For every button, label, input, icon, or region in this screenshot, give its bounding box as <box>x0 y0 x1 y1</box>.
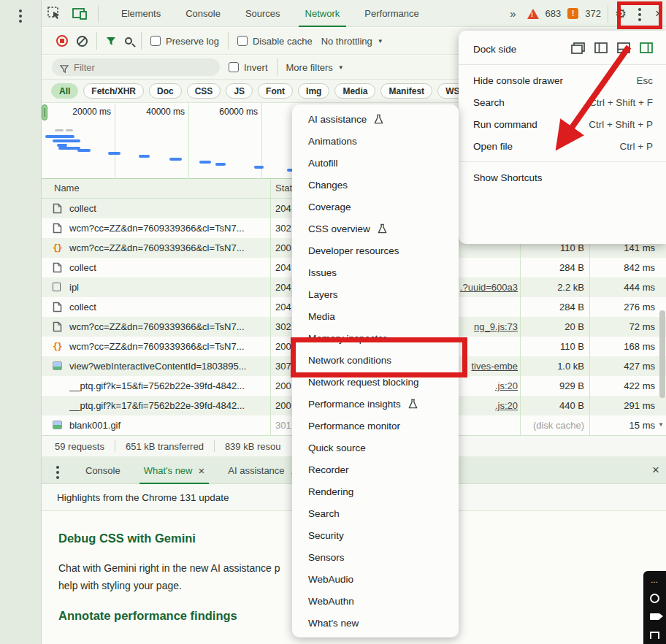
more-tools-item[interactable]: Performance insights <box>292 393 459 415</box>
more-tools-item[interactable]: WebAudio <box>292 568 459 590</box>
more-tools-item[interactable]: Layers <box>292 283 459 305</box>
request-name: wcm?cc=ZZ&dn=7609339366&cl=TsN7... <box>69 223 271 234</box>
more-tools-item[interactable]: Recorder <box>292 459 459 480</box>
request-status: 307 <box>275 361 291 372</box>
capture-logo-icon[interactable]: … <box>643 571 666 589</box>
request-initiator-link[interactable]: .js:20 <box>451 400 518 411</box>
transferred-size: 651 kB transferred <box>126 441 204 452</box>
capture-toolbar: … <box>643 571 666 644</box>
close-drawer-icon[interactable]: × <box>652 463 659 478</box>
clear-network-log-icon[interactable] <box>77 36 88 47</box>
video-record-icon[interactable] <box>643 607 666 626</box>
panel-tab[interactable]: Elements <box>109 0 173 27</box>
more-tools-item[interactable]: Coverage <box>292 196 459 218</box>
more-tools-item[interactable]: Search <box>292 502 459 524</box>
resource-chip[interactable]: Doc <box>149 83 182 99</box>
more-tools-item[interactable]: WebAuthn <box>292 590 459 612</box>
menu-item[interactable]: Run command Ctrl + Shift + P › <box>459 113 666 135</box>
resource-chip[interactable]: All <box>51 83 78 99</box>
camera-icon[interactable] <box>643 589 666 607</box>
menu-item[interactable]: Open file Ctrl + P › <box>459 135 666 157</box>
page-kebab-icon[interactable] <box>19 9 22 12</box>
resource-chip[interactable]: Img <box>298 83 329 99</box>
close-tab-icon[interactable]: × <box>199 464 205 477</box>
resource-chip[interactable]: CSS <box>187 83 221 99</box>
resource-chip[interactable]: Font <box>258 83 293 99</box>
chevron-down-icon: ▼ <box>378 38 383 45</box>
menu-item[interactable]: Search Ctrl + Shift + F › <box>459 91 666 113</box>
panel-tab[interactable]: Performance <box>352 0 431 27</box>
invert-checkbox[interactable] <box>229 62 239 72</box>
more-tools-item[interactable]: Security <box>292 524 459 546</box>
more-filters-button[interactable]: More filters ▼ <box>286 62 344 73</box>
request-name: wcm?cc=ZZ&dn=7609339366&cl=TsN7... <box>69 321 271 332</box>
dock-left-icon[interactable] <box>594 42 608 55</box>
undock-icon[interactable] <box>571 42 585 56</box>
preserve-log-checkbox[interactable] <box>150 36 161 46</box>
devtools-screenshot: ElementsConsoleSourcesNetworkPerformance… <box>0 0 666 644</box>
resource-chip[interactable]: JS <box>226 83 253 99</box>
filter-input[interactable] <box>52 58 220 76</box>
panel-tab[interactable]: Console <box>173 0 233 27</box>
timeline-tick-label: 20000 ms <box>72 107 115 117</box>
menu-item[interactable]: Hide console drawer Esc › <box>459 69 666 91</box>
panel-tab[interactable]: Sources <box>233 0 293 27</box>
menu-item[interactable]: Show Shortcuts › <box>459 166 666 188</box>
table-scrollbar[interactable] <box>659 310 665 398</box>
more-tools-item[interactable]: AI assistance <box>292 108 459 130</box>
search-network-icon[interactable] <box>125 37 132 45</box>
article-heading[interactable]: Debug CSS with Gemini <box>58 532 196 545</box>
summary-divider <box>115 440 115 452</box>
request-status: 204 <box>275 203 291 214</box>
column-header-status[interactable]: Status <box>275 183 292 193</box>
column-header-name[interactable]: Name <box>54 183 80 193</box>
issues-icon[interactable]: ! <box>567 8 578 19</box>
drawer-tab[interactable]: What's new × <box>132 456 217 484</box>
drawer-tab[interactable]: Console × <box>74 456 132 484</box>
request-name: wcm?cc=ZZ&dn=7609339366&cl=TsN7... <box>69 242 271 253</box>
resource-chip[interactable]: Manifest <box>380 83 432 99</box>
more-tools-item[interactable]: What's new <box>292 612 459 634</box>
more-tools-item[interactable]: Changes <box>292 174 459 196</box>
error-warning-icon[interactable]: ! <box>527 9 539 19</box>
more-tools-item[interactable]: CSS overview <box>292 218 459 239</box>
request-initiator-link[interactable]: .js:20 <box>451 380 518 391</box>
devtools-main-menu: Dock side Hide console drawer Esc › Sear… <box>459 31 666 244</box>
record-network-log-icon[interactable] <box>56 35 68 47</box>
more-tools-item[interactable]: Animations <box>292 130 459 152</box>
more-tools-item[interactable]: Sensors <box>292 546 459 568</box>
resource-chip[interactable]: Media <box>334 83 375 99</box>
request-size: 284 B <box>520 262 584 273</box>
throttling-select[interactable]: No throttling ▼ <box>321 36 383 47</box>
panel-tab[interactable]: Network <box>293 0 353 27</box>
more-tools-item[interactable]: Media <box>292 305 459 327</box>
request-name: view?webInteractiveContentId=1803895... <box>69 361 271 372</box>
resource-chip[interactable]: Fetch/XHR <box>83 83 144 99</box>
more-tools-item[interactable]: Quick source <box>292 437 459 459</box>
more-tools-item[interactable]: Rendering <box>292 480 459 502</box>
timeline-handle[interactable] <box>42 104 47 120</box>
issue-count: 372 <box>585 8 601 19</box>
more-tabs-icon[interactable]: » <box>505 7 520 20</box>
filter-funnel-icon[interactable] <box>106 37 116 46</box>
device-toolbar-icon[interactable] <box>72 7 88 20</box>
inspect-element-icon[interactable] <box>47 7 62 20</box>
drawer-menu-kebab-icon[interactable] <box>56 466 59 469</box>
disable-cache-checkbox[interactable] <box>237 36 248 46</box>
dock-bottom-icon[interactable] <box>617 42 630 55</box>
more-tools-item[interactable]: Developer resources <box>292 239 459 261</box>
region-capture-icon[interactable] <box>643 626 666 644</box>
request-initiator-link[interactable]: ng_9.js:73 <box>451 321 518 332</box>
request-status: 200 <box>275 242 291 253</box>
dock-right-icon-selected[interactable] <box>640 42 653 55</box>
article-heading[interactable]: Annotate performance findings <box>58 609 237 623</box>
more-tools-item[interactable]: Issues <box>292 261 459 283</box>
more-tools-item[interactable]: Performance monitor <box>292 415 459 437</box>
request-status: 302 <box>275 321 291 332</box>
waterfall-bar <box>53 139 80 142</box>
request-initiator-link[interactable]: .?uuid=600a3 <box>451 282 518 293</box>
chevron-down-icon[interactable]: ▼ <box>658 421 664 428</box>
waterfall-bar <box>45 135 74 138</box>
article-body-line: help with styling your page. <box>58 580 182 591</box>
more-tools-item[interactable]: Autofill <box>292 152 459 174</box>
